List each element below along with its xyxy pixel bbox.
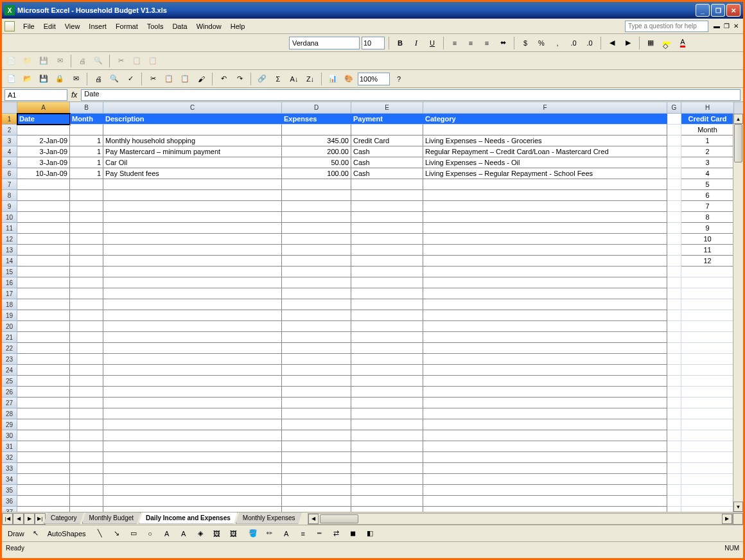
cell-E5[interactable]: Cash (351, 157, 423, 168)
cell-C4[interactable]: Pay Mastercard – minimum payment (103, 146, 282, 157)
cell-C29[interactable] (103, 419, 282, 430)
scroll-down-arrow[interactable]: ▼ (733, 502, 743, 512)
cut-button[interactable]: ✂ (146, 72, 160, 86)
drawing-button[interactable]: 🎨 (342, 72, 356, 86)
tab-nav-next[interactable]: ▶ (24, 513, 35, 525)
cell-D15[interactable] (282, 267, 351, 277)
cell-F2[interactable] (423, 125, 667, 136)
cell-F28[interactable] (423, 408, 667, 419)
cell-A20[interactable] (17, 321, 70, 332)
cell-G11[interactable] (667, 223, 681, 234)
permission-button[interactable]: 🔒 (53, 72, 67, 86)
cell-G31[interactable] (667, 441, 681, 452)
sort-desc-button[interactable]: Z↓ (303, 72, 317, 86)
cell-F25[interactable] (423, 376, 667, 387)
cell-G35[interactable] (667, 485, 681, 496)
cell-F22[interactable] (423, 343, 667, 354)
cell-H9[interactable]: 7 (681, 201, 734, 212)
decrease-indent-button[interactable]: ◀ (605, 36, 619, 50)
cell-D3[interactable]: 345.00 (282, 136, 351, 146)
cell-A7[interactable] (17, 179, 70, 190)
cell-H17[interactable] (681, 288, 734, 299)
cell-E37[interactable] (351, 507, 423, 512)
increase-decimal-button[interactable]: .0 (566, 36, 581, 50)
cell-G22[interactable] (667, 343, 681, 354)
menu-help[interactable]: Help (226, 21, 250, 31)
shadow-button[interactable]: ◼ (346, 527, 360, 541)
cell-E11[interactable] (351, 223, 423, 234)
row-header-15[interactable]: 15 (2, 267, 17, 277)
cell-F30[interactable] (423, 430, 667, 441)
cell-B18[interactable] (70, 299, 103, 310)
cell-B15[interactable] (70, 267, 103, 277)
cell-D35[interactable] (282, 485, 351, 496)
cell-E16[interactable] (351, 277, 423, 288)
cell-H23[interactable] (681, 354, 734, 365)
fx-icon[interactable]: fx (71, 91, 77, 100)
cell-A13[interactable] (17, 245, 70, 256)
cell-A2[interactable] (17, 125, 70, 136)
cell-D18[interactable] (282, 299, 351, 310)
print-preview-button[interactable]: 🔍 (107, 72, 121, 86)
cell-A9[interactable] (17, 201, 70, 212)
arrow-button[interactable]: ↘ (110, 527, 124, 541)
cell-F35[interactable] (423, 485, 667, 496)
cell-B5[interactable]: 1 (70, 157, 103, 168)
cell-H36[interactable] (681, 496, 734, 507)
cell-H13[interactable]: 11 (681, 245, 734, 256)
cell-A30[interactable] (17, 430, 70, 441)
cell-D19[interactable] (282, 310, 351, 321)
cell-H7[interactable]: 5 (681, 179, 734, 190)
cell-C23[interactable] (103, 354, 282, 365)
font-size-selector[interactable] (362, 37, 385, 49)
cell-B36[interactable] (70, 496, 103, 507)
cell-A35[interactable] (17, 485, 70, 496)
vertical-scrollbar[interactable]: ▲ ▼ (733, 114, 743, 512)
cell-G1[interactable] (667, 114, 681, 125)
cell-B3[interactable]: 1 (70, 136, 103, 146)
cell-F13[interactable] (423, 245, 667, 256)
cell-F4[interactable]: Regular Repayment – Credit Card/Loan - M… (423, 146, 667, 157)
cell-D37[interactable] (282, 507, 351, 512)
cell-D26[interactable] (282, 387, 351, 398)
cell-B25[interactable] (70, 376, 103, 387)
cell-H37[interactable] (681, 507, 734, 512)
cell-D31[interactable] (282, 441, 351, 452)
cell-D33[interactable] (282, 463, 351, 474)
cell-A26[interactable] (17, 387, 70, 398)
cell-B28[interactable] (70, 408, 103, 419)
cell-A5[interactable]: 3-Jan-09 (17, 157, 70, 168)
cell-E22[interactable] (351, 343, 423, 354)
cell-H22[interactable] (681, 343, 734, 354)
open-button[interactable]: 📂 (21, 72, 35, 86)
cell-H30[interactable] (681, 430, 734, 441)
cell-B37[interactable] (70, 507, 103, 512)
rectangle-button[interactable]: ▭ (127, 527, 141, 541)
cell-B23[interactable] (70, 354, 103, 365)
cell-C13[interactable] (103, 245, 282, 256)
row-header-2[interactable]: 2 (2, 125, 17, 136)
cell-A3[interactable]: 2-Jan-09 (17, 136, 70, 146)
oval-button[interactable]: ○ (143, 527, 157, 541)
cell-D6[interactable]: 100.00 (282, 168, 351, 179)
cell-C12[interactable] (103, 234, 282, 245)
cell-H29[interactable] (681, 419, 734, 430)
cell-F3[interactable]: Living Expenses – Needs - Groceries (423, 136, 667, 146)
cell-D12[interactable] (282, 234, 351, 245)
row-header-6[interactable]: 6 (2, 168, 17, 179)
cell-A28[interactable] (17, 408, 70, 419)
row-header-22[interactable]: 22 (2, 343, 17, 354)
row-header-21[interactable]: 21 (2, 332, 17, 343)
italic-button[interactable]: I (409, 36, 423, 50)
cell-F12[interactable] (423, 234, 667, 245)
cell-B19[interactable] (70, 310, 103, 321)
cell-H33[interactable] (681, 463, 734, 474)
cell-G3[interactable] (667, 136, 681, 146)
cell-D4[interactable]: 200.00 (282, 146, 351, 157)
close-button[interactable]: ✕ (726, 4, 741, 17)
cell-C10[interactable] (103, 212, 282, 223)
row-header-30[interactable]: 30 (2, 430, 17, 441)
draw-menu[interactable]: Draw (6, 527, 26, 541)
cell-C15[interactable] (103, 267, 282, 277)
cell-B20[interactable] (70, 321, 103, 332)
